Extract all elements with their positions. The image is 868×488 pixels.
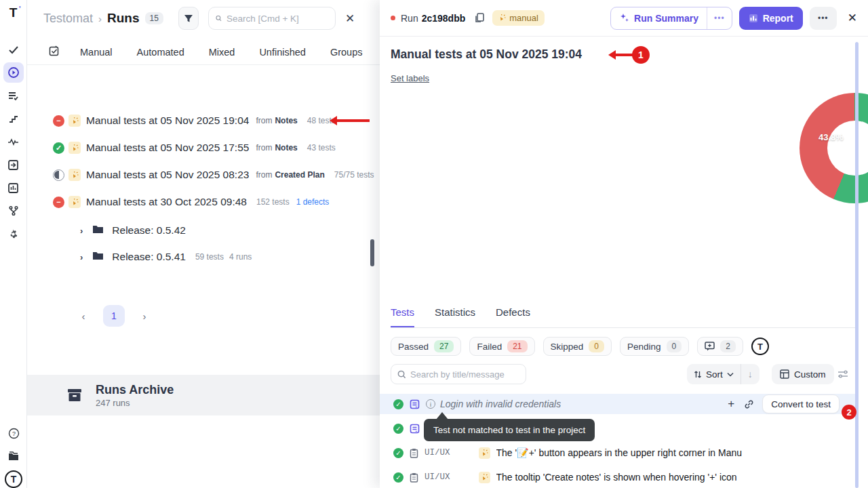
annotation-circle-1: 1 (632, 46, 650, 64)
tests-search-input[interactable] (410, 369, 519, 380)
report-button[interactable]: Report (739, 7, 803, 30)
select-runs-icon[interactable] (49, 45, 60, 59)
run-title-heading: Manual tests at 05 Nov 2025 19:04 (391, 47, 582, 62)
test-title: The '📝+' button appears in the upper rig… (496, 447, 743, 458)
checks-icon[interactable] (3, 39, 24, 60)
runs-search-input[interactable] (226, 14, 328, 24)
search-icon (216, 14, 222, 23)
runs-icon[interactable] (3, 62, 24, 83)
help-icon[interactable]: ? (3, 423, 24, 443)
test-plans-icon[interactable] (3, 85, 24, 106)
branch-icon[interactable] (3, 201, 24, 221)
tab-defects[interactable]: Defects (496, 306, 530, 327)
release-folder-row[interactable]: › Release: 0.5.42 (27, 217, 380, 244)
tab-mixed[interactable]: Mixed (209, 47, 235, 58)
set-labels-link[interactable]: Set labels (391, 73, 429, 83)
run-summary-button[interactable]: Run Summary (611, 7, 707, 29)
custom-label: Custom (794, 369, 826, 380)
svg-text:?: ? (12, 430, 15, 437)
next-page-icon[interactable]: › (136, 310, 153, 322)
sort-button[interactable]: Sort (687, 364, 741, 384)
import-icon[interactable] (3, 155, 24, 175)
filter-button[interactable] (178, 7, 199, 30)
chip-failed[interactable]: Failed21 (469, 337, 534, 356)
folder-icon (92, 251, 104, 263)
test-row[interactable]: ✓ UI/UX The '📝+' button appears in the u… (380, 443, 857, 463)
add-icon[interactable]: + (728, 397, 734, 411)
projects-folder-icon[interactable] (3, 446, 24, 466)
run-row[interactable]: − Manual tests at 30 Oct 2025 09:48 152 … (27, 188, 380, 216)
run-label: Run (401, 13, 418, 24)
test-suite-label: UI/UX (425, 472, 450, 482)
chip-comments[interactable]: 2 (697, 337, 743, 356)
page-1-button[interactable]: 1 (103, 305, 125, 327)
link-icon[interactable] (744, 399, 754, 409)
breadcrumb-project[interactable]: Testomat (43, 12, 93, 26)
passed-check-icon: ✓ (393, 472, 403, 483)
comments-count-badge: 2 (720, 340, 736, 352)
archive-box-icon (66, 387, 83, 403)
passed-count-badge: 27 (434, 340, 454, 352)
pending-count-badge: 0 (667, 340, 682, 352)
close-panel-icon[interactable]: ✕ (848, 11, 857, 25)
breadcrumb-page: Runs (107, 11, 140, 26)
run-row[interactable]: ✓ Manual tests at 05 Nov 2025 17:55 from… (27, 134, 380, 161)
failed-count-badge: 21 (507, 340, 527, 352)
tab-statistics[interactable]: Statistics (435, 306, 475, 327)
convert-to-test-button[interactable]: Convert to test (762, 394, 840, 413)
prev-page-icon[interactable]: ‹ (75, 310, 92, 322)
close-search-icon[interactable]: ✕ (345, 12, 355, 26)
tests-search[interactable] (391, 364, 526, 384)
skipped-count-badge: 0 (589, 340, 604, 352)
custom-view-button[interactable]: Custom (772, 364, 834, 384)
run-title: Manual tests at 30 Oct 2025 09:48 (86, 196, 247, 208)
tab-manual[interactable]: Manual (80, 47, 113, 58)
tab-automated[interactable]: Automated (137, 47, 184, 58)
run-detail-header: Run 2c198dbb manual Run Summary ••• Repo… (380, 0, 868, 37)
run-row[interactable]: Manual tests at 05 Nov 2025 08:23 from C… (27, 161, 380, 188)
runs-header: Testomat › Runs 15 ✕ (27, 0, 380, 37)
test-title: The tooltip 'Create notes' is shown when… (496, 472, 737, 483)
test-row[interactable]: ✓ i Login with invalid credentials + Con… (380, 394, 857, 414)
run-title: Manual tests at 05 Nov 2025 19:04 (86, 115, 249, 127)
sort-arrows-icon (694, 370, 702, 379)
user-avatar[interactable]: T (5, 470, 22, 488)
milestones-icon[interactable] (3, 108, 24, 129)
view-options-icon[interactable] (833, 364, 853, 384)
analytics-icon[interactable] (3, 178, 24, 198)
chip-pending[interactable]: Pending0 (620, 337, 689, 356)
tab-unfinished[interactable]: Unfinished (259, 47, 306, 58)
chip-skipped[interactable]: Skipped0 (543, 337, 612, 356)
settings-gear-icon[interactable] (3, 224, 24, 244)
run-defects-link[interactable]: 1 defects (296, 197, 330, 207)
sort-direction-button[interactable]: ↓ (741, 369, 760, 380)
chip-passed[interactable]: Passed27 (391, 337, 461, 356)
info-icon: i (426, 399, 435, 409)
test-row[interactable]: ✓ UI/UX The tooltip 'Create notes' is sh… (380, 467, 857, 487)
release-folder-row[interactable]: › Release: 0.5.41 59 tests 4 runs (27, 243, 380, 270)
annotation-arrow (616, 54, 633, 56)
detail-scrollbar[interactable] (855, 42, 859, 488)
clipboard-icon (410, 472, 418, 483)
tab-groups[interactable]: Groups (330, 47, 363, 58)
run-summary-more-button[interactable]: ••• (707, 14, 732, 23)
manual-run-icon (68, 169, 81, 181)
runs-search[interactable] (208, 7, 336, 30)
breadcrumb-separator: › (98, 13, 102, 24)
manual-test-icon (479, 447, 490, 459)
run-id: 2c198dbb (422, 13, 466, 24)
note-icon (410, 424, 420, 434)
run-row[interactable]: − Manual tests at 05 Nov 2025 19:04 from… (27, 107, 380, 134)
tab-tests[interactable]: Tests (391, 306, 414, 327)
folder-name: Release: 0.5.42 (112, 224, 186, 237)
report-chart-icon (749, 14, 758, 23)
runs-archive-banner[interactable]: Runs Archive 247 runs (27, 375, 380, 415)
copy-icon[interactable] (475, 13, 484, 23)
testomat-logo-icon[interactable]: T' (6, 5, 21, 20)
assignee-avatar[interactable]: T (751, 338, 769, 355)
more-options-button[interactable]: ••• (810, 7, 837, 30)
chevron-right-icon[interactable]: › (80, 252, 83, 262)
list-scrollbar[interactable] (370, 239, 374, 266)
pulse-icon[interactable] (3, 131, 24, 152)
chevron-right-icon[interactable]: › (80, 226, 83, 236)
